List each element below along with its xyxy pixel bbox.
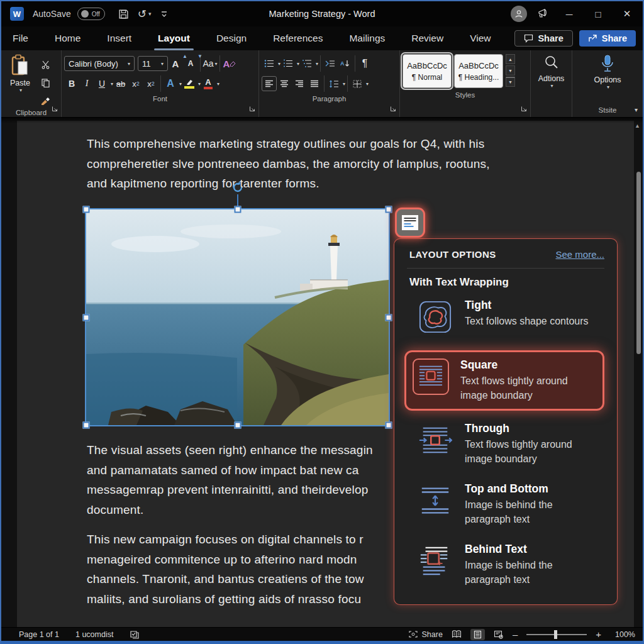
style-heading[interactable]: AaBbCcDc ¶ Heading... [454, 54, 503, 88]
options-button[interactable]: Options ▾ [588, 53, 627, 90]
tab-review[interactable]: Review [409, 29, 446, 48]
layout-options-panel: LAYOUT OPTIONS See more... With Text Wra… [394, 238, 618, 605]
paragraph-1[interactable]: This comprehensive marketing strategy ou… [87, 134, 565, 194]
zoom-slider[interactable] [526, 634, 587, 635]
font-size-combobox[interactable]: 11▾ [138, 56, 168, 71]
text-effects-button[interactable]: A [163, 76, 178, 91]
font-dialog-launcher[interactable] [249, 103, 255, 114]
selected-image[interactable] [86, 209, 389, 425]
tab-file[interactable]: File [10, 29, 31, 48]
resize-handle-e[interactable] [386, 314, 392, 321]
font-name-combobox[interactable]: Calibri (Body)▾ [64, 56, 135, 71]
sort-button[interactable]: A [338, 56, 353, 71]
multilevel-list-button[interactable] [299, 56, 314, 71]
resize-handle-ne[interactable] [386, 206, 392, 213]
save-button[interactable] [118, 9, 129, 19]
format-painter-button[interactable] [38, 93, 53, 108]
resize-handle-n[interactable] [234, 206, 241, 213]
align-left-button[interactable] [262, 76, 277, 91]
autosave-toggle[interactable]: Off [77, 8, 105, 20]
wrap-option-behind-text[interactable]: Behind Text Image is behind the paragrap… [409, 541, 604, 588]
read-mode-button[interactable] [452, 630, 462, 638]
styles-gallery-button[interactable]: ▼ [506, 77, 515, 87]
wrap-option-through[interactable]: Through Text flows tightly around image … [409, 421, 604, 467]
proofing-status-button[interactable] [130, 630, 140, 639]
zoom-in-button[interactable]: + [596, 629, 601, 640]
collapse-ribbon-button[interactable]: ▾ [635, 106, 638, 113]
strikethrough-button[interactable]: ab [113, 76, 128, 91]
print-layout-button[interactable] [470, 629, 485, 640]
vertical-scrollbar-thumb[interactable] [636, 172, 641, 354]
paste-button[interactable]: Paste ▾ [4, 53, 36, 93]
undo-button[interactable]: ↺▾ [138, 8, 152, 21]
underline-button[interactable]: U [94, 76, 109, 91]
page-indicator[interactable]: Page 1 of 1 [19, 630, 59, 639]
zoom-out-button[interactable]: – [513, 629, 518, 640]
wrap-option-tight[interactable]: Tight Text follows shape contours [409, 297, 604, 336]
italic-button[interactable]: I [79, 76, 94, 91]
copy-button[interactable] [38, 75, 53, 90]
subscript-button[interactable]: x2 [128, 76, 143, 91]
zoom-level[interactable]: 100% [610, 630, 635, 639]
comments-share-button[interactable]: Share [514, 30, 572, 47]
line-spacing-button[interactable] [326, 76, 341, 91]
see-more-link[interactable]: See more... [555, 249, 604, 260]
shrink-font-button[interactable]: A▼ [183, 56, 198, 71]
tab-mailings[interactable]: Mailings [347, 29, 387, 48]
word-count[interactable]: 1 ucomdist [75, 630, 113, 639]
superscript-button[interactable]: x2 [143, 76, 158, 91]
styles-scroll-up-button[interactable]: ▲ [506, 54, 515, 64]
resize-handle-sw[interactable] [83, 422, 90, 429]
tight-wrap-icon [417, 299, 453, 335]
justify-button[interactable] [307, 76, 322, 91]
resize-handle-se[interactable] [386, 422, 392, 429]
tab-home[interactable]: Home [52, 29, 83, 48]
numbered-list-icon [283, 59, 293, 68]
close-button[interactable]: ✕ [618, 8, 636, 19]
borders-button[interactable] [350, 76, 365, 91]
bold-button[interactable]: B [64, 76, 79, 91]
resize-handle-nw[interactable] [83, 206, 90, 213]
font-color-button[interactable]: A [201, 76, 216, 91]
paragraph-dialog-launcher[interactable] [390, 103, 396, 114]
clear-formatting-button[interactable]: A [222, 56, 237, 71]
resize-handle-w[interactable] [83, 314, 90, 321]
style-normal[interactable]: AaBbCcDc ¶ Normal [402, 54, 452, 88]
styles-scroll-down-button[interactable]: ▼ [506, 65, 515, 75]
indent-button[interactable] [323, 56, 338, 71]
zoom-slider-thumb[interactable] [554, 630, 557, 639]
resize-handle-s[interactable] [234, 422, 241, 429]
numbered-list-button[interactable] [280, 56, 296, 71]
grow-font-button[interactable]: A▲ [168, 56, 183, 71]
tab-view[interactable]: View [467, 29, 493, 48]
paragraph-group: ▾ ▾ ▾ A ¶ [259, 50, 400, 117]
wrap-option-top-and-bottom[interactable]: Top and Bottom Image is behind the parag… [409, 481, 604, 528]
cut-button[interactable] [38, 57, 53, 72]
styles-dialog-launcher[interactable] [521, 103, 527, 114]
layout-options-button[interactable] [395, 208, 425, 238]
share-button[interactable]: Share [579, 30, 636, 47]
tab-design[interactable]: Design [214, 29, 249, 48]
align-right-button[interactable] [292, 76, 307, 91]
change-case-button[interactable]: Aa▾ [203, 56, 218, 71]
megaphone-button[interactable] [537, 7, 550, 21]
minimize-button[interactable]: ─ [560, 9, 579, 19]
bullet-list-button[interactable] [262, 56, 277, 71]
account-avatar[interactable] [511, 6, 527, 22]
tab-references[interactable]: References [270, 29, 325, 48]
wrap-option-square[interactable]: Square Text flows tightly around image b… [404, 350, 604, 411]
tab-insert[interactable]: Insert [104, 29, 134, 48]
rotate-handle[interactable] [231, 180, 245, 197]
maximize-button[interactable]: □ [589, 9, 608, 19]
web-layout-button[interactable] [494, 630, 504, 639]
customize-quick-access-button[interactable] [160, 10, 168, 18]
tab-layout[interactable]: Layout [155, 29, 192, 48]
clipboard-dialog-launcher[interactable] [52, 103, 58, 114]
status-share-button[interactable]: Share [408, 630, 443, 639]
actions-button[interactable]: Adtions ▾ [533, 53, 569, 89]
highlight-color-button[interactable] [182, 76, 197, 91]
search-icon [543, 55, 560, 71]
scroll-up-arrow[interactable]: ▲ [635, 123, 640, 129]
show-formatting-marks-button[interactable]: ¶ [357, 56, 372, 71]
align-center-button[interactable] [277, 76, 292, 91]
